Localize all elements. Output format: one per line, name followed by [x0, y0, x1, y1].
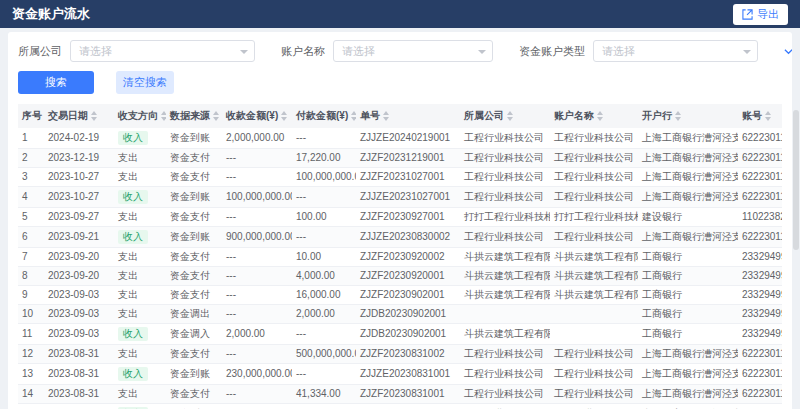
cell-bank: 上海工商银行漕河泾支行: [638, 345, 738, 364]
cell-source: 资金支付: [166, 248, 222, 267]
column-header[interactable]: 数据来源: [166, 104, 222, 128]
cell-date: 2023-09-20: [44, 267, 114, 286]
cell-credit-amount: ---: [222, 286, 292, 305]
cell-index: 8: [18, 267, 44, 286]
cell-company: 工程行业科技公司: [460, 364, 550, 385]
sort-icons[interactable]: [213, 111, 219, 121]
cell-account-number: 23329499: [738, 248, 782, 267]
cell-account-number: 62223011: [738, 345, 782, 364]
cell-credit-amount: 900,000,000.00: [222, 227, 292, 248]
cell-bank: 上海工商银行漕河泾支行: [638, 364, 738, 385]
search-button[interactable]: 搜索: [18, 71, 94, 94]
cell-account-name: 工程行业科技公司: [550, 364, 638, 385]
cell-order-number: ZJDB20230902001: [356, 305, 460, 324]
cell-direction: 收入: [114, 404, 166, 409]
cell-bank: 上海工商银行漕河泾支行: [638, 404, 738, 409]
table-row: 152023-08-30收入资金到账30,000,000.00---ZJJZE2…: [18, 404, 782, 409]
column-header[interactable]: 单号: [356, 104, 460, 128]
cell-direction: 收入: [114, 227, 166, 248]
export-button[interactable]: 导出: [733, 4, 788, 25]
cell-order-number: ZJZF20230920002: [356, 248, 460, 267]
table-header-row: 序号交易日期收支方向数据来源收款金额(¥)付款金额(¥)单号所属公司账户名称开户…: [18, 104, 782, 128]
cell-date: 2023-12-19: [44, 149, 114, 168]
column-header[interactable]: 开户行: [638, 104, 738, 128]
expand-filter-link[interactable]: 展开筛选: [784, 44, 792, 59]
cell-company: 工程行业科技公司: [460, 187, 550, 208]
cell-direction: 收入: [114, 187, 166, 208]
cell-direction: 支出: [114, 385, 166, 404]
cell-date: 2023-08-31: [44, 345, 114, 364]
page: 资金账户流水 导出 所属公司 请选择 账户名称 请选择: [0, 0, 800, 409]
cell-account-name: 工程行业科技公司: [550, 345, 638, 364]
cell-bank: 上海工商银行漕河泾支行: [638, 385, 738, 404]
column-header[interactable]: 收款金额(¥): [222, 104, 292, 128]
column-header[interactable]: 收支方向: [114, 104, 166, 128]
cell-company: 斗拱云建筑工程有限公司: [460, 286, 550, 305]
cell-debit-amount: ---: [292, 128, 356, 149]
cell-debit-amount: 16,000.00: [292, 286, 356, 305]
cell-account-number: 23329499: [738, 324, 782, 345]
column-header[interactable]: 所属公司: [460, 104, 550, 128]
column-header[interactable]: 付款金额(¥): [292, 104, 356, 128]
cell-company: 工程行业科技公司: [460, 385, 550, 404]
sort-icons[interactable]: [281, 111, 287, 121]
column-header[interactable]: 账号: [738, 104, 782, 128]
sort-icons[interactable]: [765, 111, 771, 121]
column-label: 数据来源: [170, 110, 210, 121]
cell-credit-amount: ---: [222, 248, 292, 267]
cell-index: 9: [18, 286, 44, 305]
cell-source: 资金到账: [166, 128, 222, 149]
sort-icons[interactable]: [507, 111, 513, 121]
sort-icons[interactable]: [91, 111, 97, 121]
cell-credit-amount: ---: [222, 168, 292, 187]
cell-index: 4: [18, 187, 44, 208]
cell-account-number: 62223011: [738, 364, 782, 385]
cell-account-name: [550, 324, 638, 345]
cell-account-name: 打打工程行业科技相如: [550, 208, 638, 227]
cell-index: 7: [18, 248, 44, 267]
cell-index: 6: [18, 227, 44, 248]
cell-order-number: ZJZF20230920001: [356, 267, 460, 286]
income-badge: 收入: [118, 190, 148, 204]
column-label: 交易日期: [48, 110, 88, 121]
cell-bank: 建设银行: [638, 208, 738, 227]
cell-order-number: ZJJZE20240219001: [356, 128, 460, 149]
table-row: 32023-10-27支出资金支付---100,000,000.00ZJZF20…: [18, 168, 782, 187]
sort-icons[interactable]: [675, 111, 681, 121]
cell-index: 2: [18, 149, 44, 168]
cell-source: 资金支付: [166, 168, 222, 187]
column-header[interactable]: 账户名称: [550, 104, 638, 128]
table-row: 82023-09-20支出资金支付---4,000.00ZJZF20230920…: [18, 267, 782, 286]
transactions-table: 序号交易日期收支方向数据来源收款金额(¥)付款金额(¥)单号所属公司账户名称开户…: [18, 104, 782, 409]
cell-source: 资金支付: [166, 385, 222, 404]
cell-direction: 支出: [114, 305, 166, 324]
cell-company: 斗拱云建筑工程有限公司: [460, 248, 550, 267]
sort-icons[interactable]: [383, 111, 389, 121]
cell-bank: 上海工商银行漕河泾支行: [638, 149, 738, 168]
account-type-select[interactable]: 请选择: [593, 40, 758, 62]
sort-icons[interactable]: [161, 111, 166, 121]
sort-icons[interactable]: [597, 111, 603, 121]
cell-company: 工程行业科技公司: [460, 128, 550, 149]
cell-company: 斗拱云建筑工程有限公司: [460, 267, 550, 286]
company-select[interactable]: 请选择: [70, 40, 255, 62]
cell-debit-amount: 4,000.00: [292, 267, 356, 286]
filter-account-type-label: 资金账户类型: [519, 44, 585, 59]
cell-account-name: 工程行业科技公司: [550, 187, 638, 208]
cell-source: 资金支付: [166, 208, 222, 227]
sort-icons[interactable]: [351, 111, 356, 121]
account-name-select[interactable]: 请选择: [333, 40, 493, 62]
column-header[interactable]: 交易日期: [44, 104, 114, 128]
cell-company: 打打工程行业科技相如: [460, 208, 550, 227]
cell-date: 2023-09-20: [44, 248, 114, 267]
cell-bank: 工商银行: [638, 305, 738, 324]
cell-debit-amount: ---: [292, 227, 356, 248]
income-badge: 收入: [118, 327, 148, 341]
table-row: 132023-08-31收入资金到账230,000,000.00---ZJJZE…: [18, 364, 782, 385]
table-row: 112023-09-03收入资金调入2,000.00---ZJDB2023090…: [18, 324, 782, 345]
cell-account-number: 11022382: [738, 208, 782, 227]
cell-direction: 支出: [114, 248, 166, 267]
vertical-scrollbar-thumb[interactable]: [793, 110, 799, 250]
cell-company: 工程行业科技公司: [460, 149, 550, 168]
clear-search-button[interactable]: 清空搜索: [116, 71, 174, 94]
